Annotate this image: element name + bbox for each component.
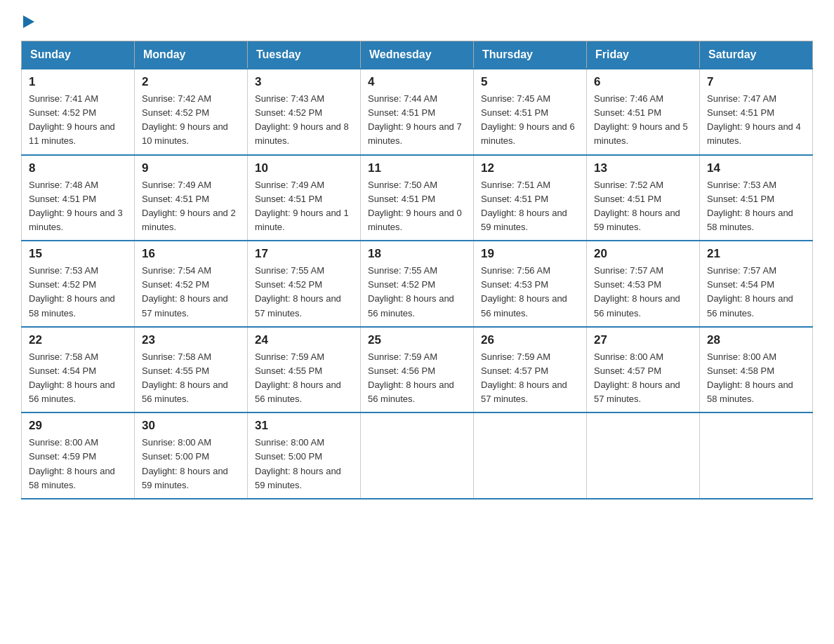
page-header bbox=[21, 14, 813, 28]
day-info: Sunrise: 7:53 AMSunset: 4:52 PMDaylight:… bbox=[29, 265, 115, 318]
day-number: 6 bbox=[594, 75, 692, 89]
day-number: 11 bbox=[368, 161, 466, 175]
calendar-cell: 1 Sunrise: 7:41 AMSunset: 4:52 PMDayligh… bbox=[22, 69, 135, 155]
calendar-week-row: 22 Sunrise: 7:58 AMSunset: 4:54 PMDaylig… bbox=[22, 327, 813, 413]
calendar-week-row: 8 Sunrise: 7:48 AMSunset: 4:51 PMDayligh… bbox=[22, 155, 813, 241]
calendar-header-thursday: Thursday bbox=[474, 41, 587, 69]
calendar-cell: 14 Sunrise: 7:53 AMSunset: 4:51 PMDaylig… bbox=[700, 155, 813, 241]
day-info: Sunrise: 7:58 AMSunset: 4:54 PMDaylight:… bbox=[29, 351, 115, 404]
day-number: 17 bbox=[255, 247, 353, 261]
day-number: 12 bbox=[481, 161, 579, 175]
day-info: Sunrise: 8:00 AMSunset: 5:00 PMDaylight:… bbox=[142, 437, 228, 490]
calendar-cell: 20 Sunrise: 7:57 AMSunset: 4:53 PMDaylig… bbox=[587, 241, 700, 327]
day-number: 15 bbox=[29, 247, 127, 261]
day-number: 23 bbox=[142, 333, 240, 347]
calendar-cell: 12 Sunrise: 7:51 AMSunset: 4:51 PMDaylig… bbox=[474, 155, 587, 241]
calendar-cell: 18 Sunrise: 7:55 AMSunset: 4:52 PMDaylig… bbox=[361, 241, 474, 327]
day-number: 24 bbox=[255, 333, 353, 347]
calendar-cell: 13 Sunrise: 7:52 AMSunset: 4:51 PMDaylig… bbox=[587, 155, 700, 241]
day-info: Sunrise: 7:41 AMSunset: 4:52 PMDaylight:… bbox=[29, 93, 115, 146]
day-info: Sunrise: 7:52 AMSunset: 4:51 PMDaylight:… bbox=[594, 180, 680, 232]
calendar-cell: 7 Sunrise: 7:47 AMSunset: 4:51 PMDayligh… bbox=[700, 69, 813, 155]
day-info: Sunrise: 8:00 AMSunset: 5:00 PMDaylight:… bbox=[255, 437, 341, 490]
calendar-cell bbox=[587, 412, 700, 499]
day-info: Sunrise: 7:43 AMSunset: 4:52 PMDaylight:… bbox=[255, 93, 349, 146]
day-number: 22 bbox=[29, 333, 127, 347]
day-number: 28 bbox=[707, 333, 805, 347]
calendar-header-row: SundayMondayTuesdayWednesdayThursdayFrid… bbox=[22, 41, 813, 69]
calendar-cell: 15 Sunrise: 7:53 AMSunset: 4:52 PMDaylig… bbox=[22, 241, 135, 327]
day-number: 19 bbox=[481, 247, 579, 261]
day-info: Sunrise: 7:48 AMSunset: 4:51 PMDaylight:… bbox=[29, 180, 123, 232]
svg-marker-0 bbox=[23, 15, 34, 28]
calendar-cell: 4 Sunrise: 7:44 AMSunset: 4:51 PMDayligh… bbox=[361, 69, 474, 155]
day-info: Sunrise: 7:53 AMSunset: 4:51 PMDaylight:… bbox=[707, 180, 793, 232]
calendar-cell: 3 Sunrise: 7:43 AMSunset: 4:52 PMDayligh… bbox=[248, 69, 361, 155]
day-number: 8 bbox=[29, 161, 127, 175]
calendar-header-saturday: Saturday bbox=[700, 41, 813, 69]
calendar-cell: 22 Sunrise: 7:58 AMSunset: 4:54 PMDaylig… bbox=[22, 327, 135, 413]
day-info: Sunrise: 8:00 AMSunset: 4:58 PMDaylight:… bbox=[707, 351, 793, 404]
day-info: Sunrise: 7:50 AMSunset: 4:51 PMDaylight:… bbox=[368, 180, 462, 232]
calendar-cell: 8 Sunrise: 7:48 AMSunset: 4:51 PMDayligh… bbox=[22, 155, 135, 241]
calendar-cell: 28 Sunrise: 8:00 AMSunset: 4:58 PMDaylig… bbox=[700, 327, 813, 413]
day-number: 7 bbox=[707, 75, 805, 89]
day-number: 29 bbox=[29, 419, 127, 433]
day-info: Sunrise: 7:54 AMSunset: 4:52 PMDaylight:… bbox=[142, 265, 228, 318]
calendar-cell: 5 Sunrise: 7:45 AMSunset: 4:51 PMDayligh… bbox=[474, 69, 587, 155]
day-number: 25 bbox=[368, 333, 466, 347]
day-info: Sunrise: 7:51 AMSunset: 4:51 PMDaylight:… bbox=[481, 180, 567, 232]
day-info: Sunrise: 8:00 AMSunset: 4:59 PMDaylight:… bbox=[29, 437, 115, 490]
day-info: Sunrise: 7:58 AMSunset: 4:55 PMDaylight:… bbox=[142, 351, 228, 404]
day-number: 20 bbox=[594, 247, 692, 261]
day-info: Sunrise: 7:55 AMSunset: 4:52 PMDaylight:… bbox=[255, 265, 341, 318]
calendar-cell: 16 Sunrise: 7:54 AMSunset: 4:52 PMDaylig… bbox=[135, 241, 248, 327]
day-info: Sunrise: 7:57 AMSunset: 4:53 PMDaylight:… bbox=[594, 265, 680, 318]
calendar-cell: 10 Sunrise: 7:49 AMSunset: 4:51 PMDaylig… bbox=[248, 155, 361, 241]
calendar-cell: 17 Sunrise: 7:55 AMSunset: 4:52 PMDaylig… bbox=[248, 241, 361, 327]
calendar-cell: 2 Sunrise: 7:42 AMSunset: 4:52 PMDayligh… bbox=[135, 69, 248, 155]
day-info: Sunrise: 7:55 AMSunset: 4:52 PMDaylight:… bbox=[368, 265, 454, 318]
day-info: Sunrise: 7:44 AMSunset: 4:51 PMDaylight:… bbox=[368, 93, 462, 146]
calendar-cell: 11 Sunrise: 7:50 AMSunset: 4:51 PMDaylig… bbox=[361, 155, 474, 241]
calendar-cell: 26 Sunrise: 7:59 AMSunset: 4:57 PMDaylig… bbox=[474, 327, 587, 413]
calendar-cell: 27 Sunrise: 8:00 AMSunset: 4:57 PMDaylig… bbox=[587, 327, 700, 413]
day-number: 4 bbox=[368, 75, 466, 89]
calendar-header-wednesday: Wednesday bbox=[361, 41, 474, 69]
logo bbox=[21, 14, 36, 28]
day-info: Sunrise: 7:57 AMSunset: 4:54 PMDaylight:… bbox=[707, 265, 793, 318]
calendar-cell: 31 Sunrise: 8:00 AMSunset: 5:00 PMDaylig… bbox=[248, 412, 361, 499]
day-info: Sunrise: 7:49 AMSunset: 4:51 PMDaylight:… bbox=[255, 180, 349, 232]
calendar-cell: 6 Sunrise: 7:46 AMSunset: 4:51 PMDayligh… bbox=[587, 69, 700, 155]
day-number: 26 bbox=[481, 333, 579, 347]
day-number: 31 bbox=[255, 419, 353, 433]
day-number: 18 bbox=[368, 247, 466, 261]
calendar-week-row: 1 Sunrise: 7:41 AMSunset: 4:52 PMDayligh… bbox=[22, 69, 813, 155]
calendar-week-row: 15 Sunrise: 7:53 AMSunset: 4:52 PMDaylig… bbox=[22, 241, 813, 327]
day-info: Sunrise: 8:00 AMSunset: 4:57 PMDaylight:… bbox=[594, 351, 680, 404]
day-number: 13 bbox=[594, 161, 692, 175]
day-number: 10 bbox=[255, 161, 353, 175]
calendar-cell: 21 Sunrise: 7:57 AMSunset: 4:54 PMDaylig… bbox=[700, 241, 813, 327]
day-number: 27 bbox=[594, 333, 692, 347]
calendar-cell bbox=[474, 412, 587, 499]
calendar-cell: 30 Sunrise: 8:00 AMSunset: 5:00 PMDaylig… bbox=[135, 412, 248, 499]
day-info: Sunrise: 7:46 AMSunset: 4:51 PMDaylight:… bbox=[594, 93, 688, 146]
day-number: 2 bbox=[142, 75, 240, 89]
day-number: 30 bbox=[142, 419, 240, 433]
logo-arrow-icon bbox=[23, 14, 36, 29]
calendar-cell: 9 Sunrise: 7:49 AMSunset: 4:51 PMDayligh… bbox=[135, 155, 248, 241]
calendar-header-sunday: Sunday bbox=[22, 41, 135, 69]
day-number: 16 bbox=[142, 247, 240, 261]
day-number: 1 bbox=[29, 75, 127, 89]
calendar-header-monday: Monday bbox=[135, 41, 248, 69]
day-info: Sunrise: 7:59 AMSunset: 4:57 PMDaylight:… bbox=[481, 351, 567, 404]
day-info: Sunrise: 7:45 AMSunset: 4:51 PMDaylight:… bbox=[481, 93, 575, 146]
calendar-cell: 19 Sunrise: 7:56 AMSunset: 4:53 PMDaylig… bbox=[474, 241, 587, 327]
day-number: 14 bbox=[707, 161, 805, 175]
calendar-cell bbox=[361, 412, 474, 499]
calendar-cell bbox=[700, 412, 813, 499]
day-info: Sunrise: 7:59 AMSunset: 4:55 PMDaylight:… bbox=[255, 351, 341, 404]
calendar-cell: 23 Sunrise: 7:58 AMSunset: 4:55 PMDaylig… bbox=[135, 327, 248, 413]
calendar-cell: 24 Sunrise: 7:59 AMSunset: 4:55 PMDaylig… bbox=[248, 327, 361, 413]
